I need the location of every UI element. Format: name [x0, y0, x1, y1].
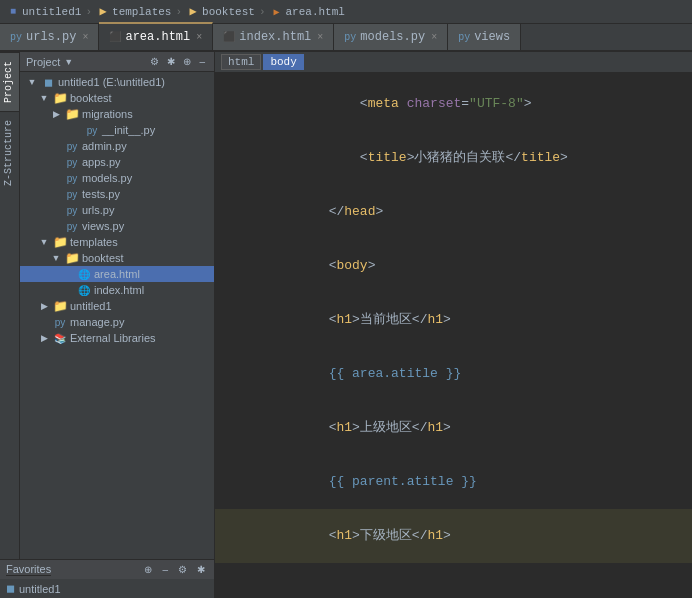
- tree-label-init: __init__.py: [102, 124, 155, 136]
- panel-toolbar: ⚙ ✱ ⊕ –: [147, 55, 208, 68]
- tree-label-templates: templates: [70, 236, 118, 248]
- tree-item-urls[interactable]: py urls.py: [20, 202, 214, 218]
- panel-title: Project: [26, 56, 60, 68]
- breadcrumb-item-project[interactable]: ■ untitled1: [6, 5, 81, 19]
- tag-html[interactable]: html: [221, 54, 261, 70]
- panel-toolbar-btn-4[interactable]: –: [196, 55, 208, 68]
- project-icon-tree: ◼: [40, 75, 56, 89]
- tree-label-untitled1: untitled1: [70, 300, 112, 312]
- gutter-6: [215, 347, 231, 401]
- tree-item-area-html[interactable]: 🌐 area.html: [20, 266, 214, 282]
- tree-item-booktest[interactable]: ▼ 📁 booktest: [20, 90, 214, 106]
- fav-toolbar-btn-1[interactable]: ⊕: [141, 563, 155, 576]
- fav-icon: ◼: [6, 582, 15, 595]
- tree-item-migrations[interactable]: ▶ 📁 migrations: [20, 106, 214, 122]
- fav-toolbar-btn-3[interactable]: ⚙: [175, 563, 190, 576]
- gutter-11: ▶: [215, 581, 231, 598]
- code-editor[interactable]: <meta charset="UTF-8"> <title>小猪猪的自关联</t…: [215, 73, 692, 598]
- tree-arrow-migrations: ▶: [50, 109, 62, 119]
- py-icon-models: py: [64, 171, 80, 185]
- py-icon-manage: py: [52, 315, 68, 329]
- editor-area: html body <meta charset="UTF-8"> <ti: [215, 52, 692, 598]
- tab-label-index: index.html: [239, 30, 311, 44]
- tree-item-templates[interactable]: ▼ 📁 templates: [20, 234, 214, 250]
- tab-close-area[interactable]: ×: [196, 32, 202, 43]
- breadcrumb-file-label: area.html: [285, 6, 344, 18]
- tree-item-init[interactable]: py __init__.py: [20, 122, 214, 138]
- panel-toolbar-btn-1[interactable]: ⚙: [147, 55, 162, 68]
- tab-models-py[interactable]: py models.py ×: [334, 24, 448, 50]
- tab-close-urls[interactable]: ×: [82, 32, 88, 43]
- tab-close-models[interactable]: ×: [431, 32, 437, 43]
- line-content-7: <h1>上级地区</h1>: [231, 401, 692, 455]
- tree-item-index-html[interactable]: 🌐 index.html: [20, 282, 214, 298]
- fav-toolbar-btn-4[interactable]: ✱: [194, 563, 208, 576]
- fav-item-untitled1[interactable]: ◼ untitled1: [0, 579, 214, 598]
- tree-item-models[interactable]: py models.py: [20, 170, 214, 186]
- tree-label-apps: apps.py: [82, 156, 121, 168]
- tree-item-booktest2[interactable]: ▼ 📁 booktest: [20, 250, 214, 266]
- line-content-3: </head>: [231, 185, 692, 239]
- tree-item-external[interactable]: ▶ 📚 External Libraries: [20, 330, 214, 346]
- py-icon-apps: py: [64, 155, 80, 169]
- code-line-5: <h1>当前地区</h1>: [215, 293, 692, 347]
- tree-label-models: models.py: [82, 172, 132, 184]
- tree-item-admin[interactable]: py admin.py: [20, 138, 214, 154]
- line-content-2: <title>小猪猪的自关联</title>: [231, 131, 692, 185]
- gutter-2: [215, 131, 231, 185]
- code-line-8: {{ parent.atitle }}: [215, 455, 692, 509]
- sidebar-vtab-structure[interactable]: Z-Structure: [0, 111, 19, 194]
- project-icon: ■: [6, 5, 20, 19]
- breadcrumb-item-booktest[interactable]: ▶ booktest: [186, 5, 255, 19]
- code-line-6: {{ area.atitle }}: [215, 347, 692, 401]
- tab-close-index[interactable]: ×: [317, 32, 323, 43]
- line-content-8: {{ parent.atitle }}: [231, 455, 692, 509]
- line-content-9: <h1>下级地区</h1>: [231, 509, 692, 563]
- breadcrumb-sep-1: ›: [85, 6, 92, 18]
- breadcrumb-item-templates[interactable]: ▶ templates: [96, 5, 171, 19]
- tree-label-booktest: booktest: [70, 92, 112, 104]
- py-icon-views: py: [64, 219, 80, 233]
- tree-label-urls: urls.py: [82, 204, 114, 216]
- breadcrumb-project-label: untitled1: [22, 6, 81, 18]
- tab-urls-py[interactable]: py urls.py ×: [0, 24, 99, 50]
- sidebar: Project Z-Structure Project ▼ ⚙ ✱ ⊕: [0, 52, 215, 598]
- tree-item-views[interactable]: py views.py: [20, 218, 214, 234]
- code-line-10: [215, 563, 692, 581]
- py-icon-tests: py: [64, 187, 80, 201]
- tree-item-apps[interactable]: py apps.py: [20, 154, 214, 170]
- tab-index-html[interactable]: ⬛ index.html ×: [213, 24, 334, 50]
- tag-body[interactable]: body: [263, 54, 303, 70]
- tag-bar: html body: [215, 52, 692, 73]
- breadcrumb: ■ untitled1 › ▶ templates › ▶ booktest ›…: [0, 0, 692, 24]
- breadcrumb-item-file[interactable]: ▶ area.html: [269, 5, 344, 19]
- breadcrumb-sep-2: ›: [175, 6, 182, 18]
- tree-item-untitled1[interactable]: ▶ 📁 untitled1: [20, 298, 214, 314]
- panel-toolbar-btn-2[interactable]: ✱: [164, 55, 178, 68]
- folder-icon-2: ▶: [186, 5, 200, 19]
- code-line-1: <meta charset="UTF-8">: [215, 77, 692, 131]
- favorites-header: Favorites ⊕ – ⚙ ✱: [0, 560, 214, 579]
- tab-views[interactable]: py views: [448, 24, 521, 50]
- panel-toolbar-btn-3[interactable]: ⊕: [180, 55, 194, 68]
- tree-item-tests[interactable]: py tests.py: [20, 186, 214, 202]
- project-panel: Project ▼ ⚙ ✱ ⊕ –: [20, 52, 214, 559]
- fav-toolbar-btn-2[interactable]: –: [159, 563, 171, 576]
- tree-item-root[interactable]: ▼ ◼ untitled1 (E:\untitled1): [20, 74, 214, 90]
- tab-area-html[interactable]: ⬛ area.html ×: [99, 22, 213, 50]
- tree-label-manage: manage.py: [70, 316, 124, 328]
- project-tree: ▼ ◼ untitled1 (E:\untitled1) ▼ 📁 booktes…: [20, 72, 214, 348]
- tree-label-tests: tests.py: [82, 188, 120, 200]
- panel-dropdown-icon[interactable]: ▼: [64, 57, 73, 67]
- folder-icon-untitled1: 📁: [52, 299, 68, 313]
- main-area: Project Z-Structure Project ▼ ⚙ ✱ ⊕: [0, 52, 692, 598]
- gutter-5: [215, 293, 231, 347]
- tab-label-views: views: [474, 30, 510, 44]
- panel-header: Project ▼ ⚙ ✱ ⊕ –: [20, 52, 214, 72]
- tree-label-migrations: migrations: [82, 108, 133, 120]
- sidebar-vtab-project[interactable]: Project: [0, 52, 19, 111]
- tree-item-manage[interactable]: py manage.py: [20, 314, 214, 330]
- favorites-label: Favorites: [6, 563, 51, 576]
- gutter-7: [215, 401, 231, 455]
- code-line-4: <body>: [215, 239, 692, 293]
